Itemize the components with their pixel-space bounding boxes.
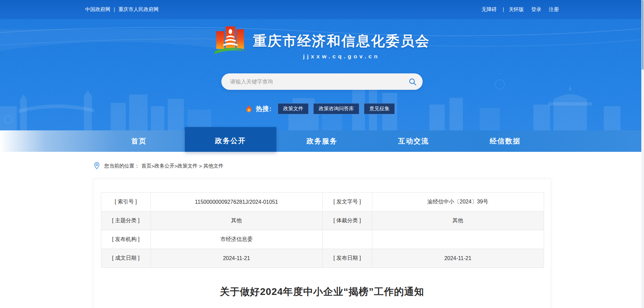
- link-login[interactable]: 登录: [531, 6, 541, 12]
- meta-value-genre-category: 其他: [372, 211, 544, 230]
- meta-label-doc-no: [ 发文字号 ]: [322, 193, 372, 211]
- separator: |: [503, 6, 504, 12]
- site-url: jjxxw.cq.gov.cn: [253, 53, 430, 60]
- main-content: 您当前的位置： 首页>政务公开>政策文件 > 其他文件 [ 索引号 ] 1150…: [93, 162, 551, 308]
- document-title: 关于做好2024年度中小企业“揭榜”工作的通知: [101, 285, 543, 299]
- nav-item-home[interactable]: 首页: [93, 130, 185, 152]
- breadcrumb: 您当前的位置： 首页>政务公开>政策文件 > 其他文件: [93, 162, 551, 170]
- search-button[interactable]: [405, 74, 420, 89]
- site-brand: 重庆市经济和信息化委员会 jjxxw.cq.gov.cn: [214, 24, 430, 60]
- meta-value-topic-category: 其他: [151, 211, 322, 230]
- link-accessibility[interactable]: 无障碍: [482, 6, 497, 12]
- meta-label-topic-category: [ 主题分类 ]: [101, 211, 151, 230]
- breadcrumb-gov-disclosure[interactable]: 政务公开: [154, 163, 174, 169]
- table-row: [ 成文日期 ] 2024-11-21 [ 发布日期 ] 2024-11-21: [101, 249, 544, 268]
- breadcrumb-home[interactable]: 首页: [142, 163, 152, 169]
- meta-label-genre-category: [ 体裁分类 ]: [322, 211, 372, 230]
- meta-value-issuing-agency: 市经济信息委: [151, 230, 322, 249]
- meta-value-index-no: 11500000009276281J/2024-01051: [151, 193, 322, 211]
- meta-label-publish-date: [ 发布日期 ]: [322, 249, 372, 268]
- search-bar: [221, 73, 423, 90]
- table-row: [ 主题分类 ] 其他 [ 体裁分类 ] 其他: [101, 211, 544, 230]
- hot-search-item-policy-qa[interactable]: 政策咨询问答库: [313, 103, 359, 114]
- breadcrumb-prefix: 您当前的位置：: [104, 163, 140, 169]
- breadcrumb-separator: >: [174, 163, 177, 169]
- flame-icon: [245, 105, 253, 113]
- search-icon: [408, 77, 417, 86]
- search-input[interactable]: [230, 79, 405, 85]
- document-meta-table: [ 索引号 ] 11500000009276281J/2024-01051 [ …: [101, 192, 544, 268]
- topbar: 中国政府网|重庆市人民政府网 无障碍|关怀版 登录 注册: [0, 0, 644, 19]
- nav-item-gov-disclosure[interactable]: 政务公开: [185, 127, 276, 152]
- link-care-version[interactable]: 关怀版: [509, 6, 524, 12]
- location-pin-icon: [93, 162, 100, 170]
- table-row: [ 发布机构 ] 市经济信息委: [101, 230, 544, 249]
- link-china-gov[interactable]: 中国政府网: [85, 6, 110, 12]
- breadcrumb-separator: >: [198, 163, 203, 169]
- breadcrumb-separator: >: [152, 163, 155, 169]
- meta-value-publish-date: 2024-11-21: [372, 249, 544, 268]
- breadcrumb-other-files[interactable]: 其他文件: [203, 163, 223, 169]
- scrollbar-thumb[interactable]: [642, 0, 644, 70]
- page-scrollbar[interactable]: [641, 0, 644, 308]
- main-nav: 首页 政务公开 政务服务 互动交流 经信数据: [0, 130, 644, 152]
- breadcrumb-policy-files[interactable]: 政策文件: [177, 163, 198, 169]
- table-row: [ 索引号 ] 11500000009276281J/2024-01051 [ …: [101, 193, 544, 211]
- link-cq-gov[interactable]: 重庆市人民政府网: [118, 6, 159, 12]
- topbar-user-links: 无障碍|关怀版 登录 注册: [476, 6, 559, 13]
- meta-label-index-no: [ 索引号 ]: [101, 193, 151, 211]
- separator: |: [114, 6, 115, 12]
- hot-search-row: 热搜: 政策文件 政策咨询问答库 意见征集: [245, 103, 399, 114]
- meta-label-empty: [322, 230, 372, 249]
- meta-label-written-date: [ 成文日期 ]: [101, 249, 151, 268]
- meta-value-written-date: 2024-11-21: [151, 249, 322, 268]
- site-logo-icon: [214, 24, 246, 56]
- meta-value-empty: [372, 230, 544, 249]
- nav-item-gov-services[interactable]: 政务服务: [276, 130, 368, 152]
- banner: 重庆市经济和信息化委员会 jjxxw.cq.gov.cn 热搜: 政策文件: [0, 19, 644, 130]
- meta-value-doc-no: 渝经信中小〔2024〕39号: [372, 193, 544, 211]
- nav-item-interaction[interactable]: 互动交流: [368, 130, 460, 152]
- site-title: 重庆市经济和信息化委员会: [253, 32, 430, 50]
- meta-label-issuing-agency: [ 发布机构 ]: [101, 230, 151, 249]
- hot-search-item-opinion[interactable]: 意见征集: [364, 103, 395, 114]
- document-card: [ 索引号 ] 11500000009276281J/2024-01051 [ …: [93, 179, 551, 308]
- link-register[interactable]: 注册: [549, 6, 559, 12]
- hot-search-label: 热搜:: [256, 105, 272, 113]
- topbar-gov-links: 中国政府网|重庆市人民政府网: [85, 6, 159, 13]
- hot-search-item-policy-files[interactable]: 政策文件: [278, 103, 309, 114]
- nav-item-data[interactable]: 经信数据: [460, 130, 551, 152]
